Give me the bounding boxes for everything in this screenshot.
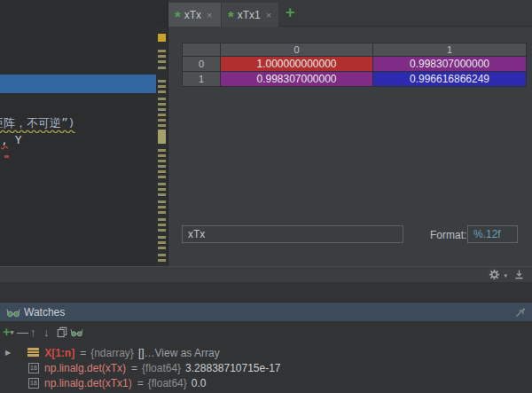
error-stripe-mark [158,55,166,58]
error-stripe-mark [158,80,166,83]
code-line-2: , Y [1,133,21,146]
watches-glasses-icon [6,307,20,318]
show-watches-icon[interactable] [70,327,83,337]
error-stripe-mark [158,247,166,249]
error-stripe-mark [158,170,166,173]
error-stripe-mark [158,50,166,52]
tab-xTx[interactable]: * xTx × [168,3,221,27]
value-type: {ndarray} [90,347,134,359]
move-down-button[interactable]: ↓ [43,326,50,339]
array-table: 0 1 0 1.000000000000 0.998307000000 1 0.… [182,43,527,87]
error-stripe-mark [158,183,166,185]
watch-row[interactable]: ▶ X[1:n] = {ndarray} [] …View as Array [0,345,532,360]
equals-sign: = [131,362,137,374]
error-stripe-mark [158,114,166,116]
move-up-button[interactable]: ↑ [30,326,36,339]
value-type: {float64} [142,362,181,374]
row-header[interactable]: 1 [183,72,220,86]
error-stripe-mark [158,254,166,256]
array-view-icon: * [228,14,234,21]
close-icon[interactable]: × [207,10,212,20]
error-stripe-mark [158,160,166,162]
error-stripe-mark [158,124,166,127]
error-marker [4,155,9,158]
error-stripe-mark [158,206,166,208]
code-text-chinese: 矩阵，不可逆”) [0,115,75,131]
float-window-icon[interactable] [514,307,526,318]
error-stripe-mark [158,67,166,69]
gear-icon[interactable] [489,269,500,280]
watches-toolbar: +▾ — ↑ ↓ [0,322,532,343]
table-cell[interactable]: 1.000000000000 [221,57,372,71]
ndarray-icon [27,348,39,358]
watch-expression: X[1:n] [44,347,74,359]
slice-expression-input[interactable] [182,225,403,243]
watch-expression: np.linalg.det(xTx1) [44,377,132,389]
panel-gap [0,282,532,302]
value: 0.0 [192,377,207,389]
error-stripe[interactable] [156,27,168,266]
error-stripe-mark [158,188,166,191]
table-corner-cell[interactable] [183,43,220,56]
error-stripe-mark [158,130,166,144]
chevron-down-icon[interactable]: ▾ [504,272,507,279]
error-stripe-mark [158,259,166,262]
error-stripe-mark [158,154,166,157]
error-stripe-mark [158,200,166,203]
format-input[interactable] [467,225,518,243]
error-stripe-mark [158,90,166,93]
tab-label: xTx [184,9,201,21]
error-stripe-mark [158,176,166,178]
watches-title: Watches [24,306,65,318]
error-stripe-mark [158,236,166,239]
tab-label: xTx1 [238,9,261,21]
equals-sign: = [80,347,86,359]
error-stripe-mark [158,241,166,244]
value-preview: [] [138,347,145,359]
number-variable-icon: 18 [28,378,39,389]
equals-sign: = [137,377,144,389]
error-stripe-mark [158,211,166,214]
row-header[interactable]: 0 [183,57,220,71]
value: 3.28838710715e-17 [185,362,280,374]
watch-row[interactable]: 18 np.linalg.det(xTx1) = {float64} 0.0 [0,375,532,390]
watches-header[interactable]: Watches [0,302,532,322]
error-stripe-mark [158,224,166,226]
error-stripe-mark [158,229,166,232]
editor-panel[interactable]: 矩阵，不可逆”) , Y [0,0,168,266]
error-stripe-mark [158,119,166,122]
number-variable-icon: 18 [28,363,39,373]
error-stripe-mark [158,218,166,221]
add-tab-icon[interactable]: + [286,4,295,22]
watch-expression: np.linalg.det(xTx) [44,362,126,374]
value-type: {float64} [148,377,187,389]
inspection-status-square[interactable] [158,34,166,42]
expand-arrow-icon[interactable]: ▶ [5,349,11,357]
column-header[interactable]: 0 [221,43,372,56]
table-cell[interactable]: 0.996616866249 [373,72,526,86]
column-header[interactable]: 1 [373,43,526,56]
viewer-bottom-toolbar: ▾ [0,266,532,282]
watch-row[interactable]: 18 np.linalg.det(xTx) = {float64} 3.2883… [0,360,532,375]
error-stripe-mark [158,149,166,152]
view-as-array-link[interactable]: …View as Array [145,347,220,359]
error-stripe-mark [158,60,166,63]
duplicate-watch-icon[interactable] [57,326,67,338]
table-cell[interactable]: 0.998307000000 [373,57,526,71]
array-view-icon: * [175,14,181,21]
error-stripe-mark [158,85,166,88]
error-stripe-mark [158,193,166,196]
table-cell[interactable]: 0.998307000000 [221,72,372,86]
error-stripe-mark [158,108,166,111]
debugger-execution-line-highlight [0,75,157,93]
close-icon[interactable]: × [266,10,271,20]
remove-watch-button[interactable]: — [17,326,28,339]
dock-pin-icon[interactable] [513,269,525,280]
error-stripe-mark [158,98,166,100]
data-view-panel: * xTx × * xTx1 × + 0 1 0 1.000000000000 … [168,0,532,266]
format-label: Format: [430,229,466,241]
code-line-1: 矩阵，不可逆”) [0,114,155,133]
error-stripe-mark [158,165,166,168]
add-watch-button[interactable]: +▾ [3,324,13,339]
tab-xTx1[interactable]: * xTx1 × [222,3,278,27]
